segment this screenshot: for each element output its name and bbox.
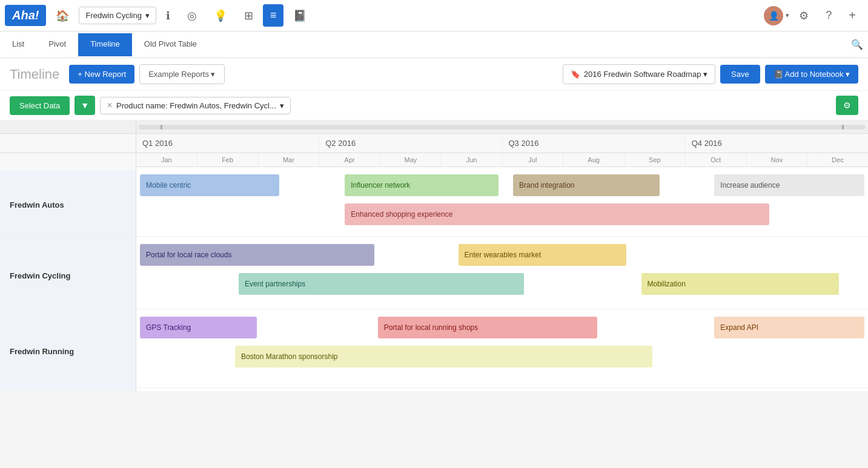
avatar-area: 👤 ▾	[764, 6, 789, 25]
quarter-headers: Q1 2016 Q2 2016 Q3 2016 Q4 2016	[136, 134, 868, 153]
list-icon-btn[interactable]: ≡	[263, 4, 284, 27]
gantt-row-running: GPS Tracking Portal for local running sh…	[136, 309, 868, 388]
bar-mobile-centric[interactable]: Mobile centric	[140, 174, 279, 196]
grid-area: Q1 2016 Q2 2016 Q3 2016 Q4 2016 Jan Feb …	[136, 120, 868, 391]
new-report-button[interactable]: + New Report	[69, 65, 134, 84]
row-labels: Fredwin Autos Fredwin Cycling Fredwin Ru…	[0, 120, 136, 391]
q2-header: Q2 2016	[319, 134, 502, 153]
q1-header: Q1 2016	[136, 134, 319, 153]
add-icon-btn[interactable]: +	[841, 4, 863, 27]
filter-bar: Select Data ▼ ✕ Product name: Fredwin Au…	[0, 91, 868, 120]
month-jan: Jan	[136, 153, 197, 166]
month-aug: Aug	[563, 153, 624, 166]
bar-brand-integration[interactable]: Brand integration	[513, 174, 660, 196]
filter-dropdown-icon[interactable]: ▾	[280, 101, 284, 110]
month-oct: Oct	[686, 153, 747, 166]
scroll-thumb-left	[161, 125, 162, 130]
lightbulb-icon-btn[interactable]: 💡	[207, 4, 234, 27]
bookmark-label: 2016 Fredwin Software Roadmap ▾	[584, 70, 707, 79]
row-label-fredwin-autos: Fredwin Autos	[0, 170, 136, 240]
row-label-header	[0, 120, 136, 170]
tab-list[interactable]: List	[0, 33, 36, 56]
scroll-thumb-right	[842, 125, 844, 130]
gantt-row-cycling: Portal for local race clouds Enter weara…	[136, 237, 868, 309]
grid-icon-btn[interactable]: ⊞	[237, 4, 260, 27]
secondary-nav: List Pivot Timeline Old Pivot Table 🔍	[0, 31, 868, 58]
bar-enhanced-shopping[interactable]: Enhanced shopping experience	[345, 203, 769, 225]
bookmark-selector[interactable]: 🔖 2016 Fredwin Software Roadmap ▾	[563, 64, 715, 84]
bar-portal-running-shops[interactable]: Portal for local running shops	[378, 317, 597, 338]
month-nov: Nov	[747, 153, 808, 166]
bar-boston-marathon[interactable]: Boston Marathon sponsorship	[235, 346, 652, 367]
bar-expand-api[interactable]: Expand API	[714, 317, 864, 338]
filter-text: Product name: Fredwin Autos, Fredwin Cyc…	[116, 101, 276, 110]
gantt-rows: Mobile centric Influencer network Brand …	[136, 167, 868, 388]
q3-header: Q3 2016	[503, 134, 686, 153]
timeline-container: Fredwin Autos Fredwin Cycling Fredwin Ru…	[0, 120, 868, 391]
page-title: Timeline	[10, 67, 59, 82]
month-mar: Mar	[259, 153, 320, 166]
bar-mobilization[interactable]: Mobilization	[641, 273, 839, 295]
toolbar: Timeline + New Report Example Reports ▾ …	[0, 58, 868, 91]
workspace-dropdown-icon: ▾	[145, 11, 150, 20]
avatar-dropdown[interactable]: ▾	[786, 12, 789, 19]
bar-event-partnerships[interactable]: Event partnerships	[239, 273, 524, 295]
month-dec: Dec	[807, 153, 868, 166]
tab-pivot[interactable]: Pivot	[36, 33, 78, 56]
month-feb: Feb	[197, 153, 259, 166]
tab-timeline[interactable]: Timeline	[78, 33, 132, 56]
tab-old-pivot[interactable]: Old Pivot Table	[132, 33, 209, 56]
bar-influencer-network[interactable]: Influencer network	[345, 174, 499, 196]
bar-increase-audience[interactable]: Increase audience	[714, 174, 864, 196]
month-jul: Jul	[503, 153, 564, 166]
workspace-name: Fredwin Cycling	[85, 11, 141, 20]
month-headers: Jan Feb Mar Apr May Jun Jul Aug Sep Oct …	[136, 153, 868, 167]
select-data-button[interactable]: Select Data	[10, 96, 70, 115]
target-icon-btn[interactable]: ◎	[180, 4, 204, 27]
notebook-icon-btn[interactable]: 📓	[286, 4, 314, 27]
workspace-selector[interactable]: Fredwin Cycling ▾	[79, 7, 156, 24]
month-may: May	[380, 153, 442, 166]
scroll-track[interactable]	[139, 125, 866, 130]
add-to-notebook-button[interactable]: 📓 Add to Notebook ▾	[765, 65, 858, 84]
row-label-fredwin-cycling: Fredwin Cycling	[0, 240, 136, 312]
help-icon-btn[interactable]: ?	[818, 4, 839, 27]
avatar[interactable]: 👤	[764, 6, 783, 25]
bar-gps-tracking[interactable]: GPS Tracking	[140, 317, 257, 338]
month-apr: Apr	[319, 153, 380, 166]
info-icon-btn[interactable]: ℹ	[159, 4, 177, 27]
q4-header: Q4 2016	[686, 134, 868, 153]
logo-button[interactable]: Aha!	[5, 5, 46, 26]
month-sep: Sep	[624, 153, 686, 166]
search-icon[interactable]: 🔍	[846, 34, 868, 55]
bar-portal-race-clouds[interactable]: Portal for local race clouds	[140, 244, 374, 266]
filter-clear-icon[interactable]: ✕	[107, 101, 113, 110]
month-jun: Jun	[442, 153, 503, 166]
save-button[interactable]: Save	[720, 65, 760, 84]
filter-icon-button[interactable]: ▼	[75, 96, 95, 115]
row-label-fredwin-running: Fredwin Running	[0, 312, 136, 391]
top-nav: Aha! 🏠 Fredwin Cycling ▾ ℹ ◎ 💡 ⊞ ≡ 📓 👤 ▾…	[0, 0, 868, 31]
filter-pill[interactable]: ✕ Product name: Fredwin Autos, Fredwin C…	[100, 97, 291, 114]
settings-icon-btn[interactable]: ⚙	[792, 4, 816, 27]
timeline-scrollbar[interactable]	[136, 120, 868, 134]
bar-enter-wearables[interactable]: Enter wearables market	[459, 244, 627, 266]
bookmark-icon: 🔖	[571, 70, 580, 79]
timeline-settings-button[interactable]: ⚙	[836, 96, 858, 115]
gantt-row-autos: Mobile centric Influencer network Brand …	[136, 167, 868, 237]
example-reports-button[interactable]: Example Reports ▾	[139, 64, 224, 84]
home-icon-btn[interactable]: 🏠	[48, 4, 76, 27]
